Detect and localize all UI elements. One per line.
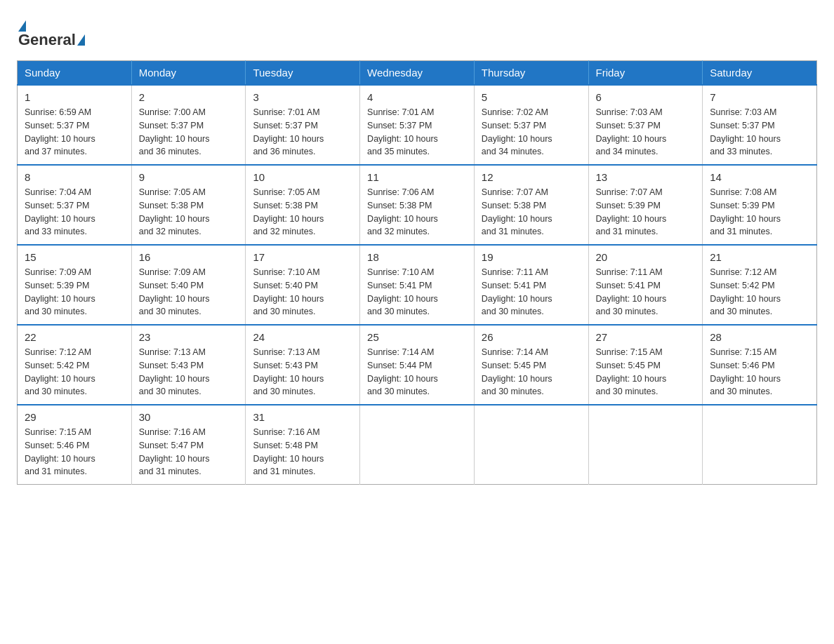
day-header-sunday: Sunday — [18, 61, 132, 86]
calendar-cell: 14 Sunrise: 7:08 AM Sunset: 5:39 PM Dayl… — [703, 165, 817, 245]
calendar-cell: 1 Sunrise: 6:59 AM Sunset: 5:37 PM Dayli… — [18, 85, 132, 165]
day-info: Sunrise: 7:07 AM Sunset: 5:38 PM Dayligh… — [482, 186, 581, 239]
calendar-cell: 9 Sunrise: 7:05 AM Sunset: 5:38 PM Dayli… — [131, 165, 246, 245]
calendar-cell: 24 Sunrise: 7:13 AM Sunset: 5:43 PM Dayl… — [246, 325, 360, 405]
day-number: 22 — [25, 331, 124, 343]
day-info: Sunrise: 7:15 AM Sunset: 5:46 PM Dayligh… — [710, 346, 809, 398]
day-header-tuesday: Tuesday — [246, 61, 360, 86]
day-info: Sunrise: 7:00 AM Sunset: 5:37 PM Dayligh… — [139, 106, 239, 159]
day-number: 2 — [139, 91, 239, 103]
calendar-cell: 21 Sunrise: 7:12 AM Sunset: 5:42 PM Dayl… — [703, 245, 817, 325]
day-info: Sunrise: 7:11 AM Sunset: 5:41 PM Dayligh… — [482, 266, 581, 318]
calendar-cell: 26 Sunrise: 7:14 AM Sunset: 5:45 PM Dayl… — [474, 325, 588, 405]
calendar-cell: 6 Sunrise: 7:03 AM Sunset: 5:37 PM Dayli… — [588, 85, 703, 165]
calendar-cell: 28 Sunrise: 7:15 AM Sunset: 5:46 PM Dayl… — [703, 325, 817, 405]
day-number: 1 — [25, 91, 124, 103]
day-number: 5 — [482, 91, 581, 103]
day-info: Sunrise: 7:14 AM Sunset: 5:44 PM Dayligh… — [367, 346, 467, 398]
calendar-cell: 22 Sunrise: 7:12 AM Sunset: 5:42 PM Dayl… — [18, 325, 132, 405]
day-number: 12 — [482, 171, 581, 183]
day-info: Sunrise: 6:59 AM Sunset: 5:37 PM Dayligh… — [25, 106, 124, 159]
day-info: Sunrise: 7:05 AM Sunset: 5:38 PM Dayligh… — [139, 186, 239, 239]
day-number: 15 — [25, 251, 124, 263]
day-info: Sunrise: 7:12 AM Sunset: 5:42 PM Dayligh… — [710, 266, 809, 318]
calendar-cell: 16 Sunrise: 7:09 AM Sunset: 5:40 PM Dayl… — [131, 245, 246, 325]
day-info: Sunrise: 7:14 AM Sunset: 5:45 PM Dayligh… — [482, 346, 581, 398]
day-number: 19 — [482, 251, 581, 263]
day-info: Sunrise: 7:03 AM Sunset: 5:37 PM Dayligh… — [710, 106, 809, 159]
day-info: Sunrise: 7:02 AM Sunset: 5:37 PM Dayligh… — [482, 106, 581, 159]
day-number: 10 — [253, 171, 352, 183]
calendar-cell: 11 Sunrise: 7:06 AM Sunset: 5:38 PM Dayl… — [360, 165, 475, 245]
calendar-cell: 23 Sunrise: 7:13 AM Sunset: 5:43 PM Dayl… — [131, 325, 246, 405]
day-number: 8 — [25, 171, 124, 183]
day-number: 9 — [139, 171, 239, 183]
day-number: 30 — [139, 411, 239, 423]
calendar-cell: 17 Sunrise: 7:10 AM Sunset: 5:40 PM Dayl… — [246, 245, 360, 325]
day-header-thursday: Thursday — [474, 61, 588, 86]
day-number: 7 — [710, 91, 809, 103]
day-number: 26 — [482, 331, 581, 343]
logo-triangle-icon2 — [77, 34, 85, 46]
day-info: Sunrise: 7:05 AM Sunset: 5:38 PM Dayligh… — [253, 186, 352, 239]
calendar-week-row: 15 Sunrise: 7:09 AM Sunset: 5:39 PM Dayl… — [18, 245, 817, 325]
calendar-cell: 15 Sunrise: 7:09 AM Sunset: 5:39 PM Dayl… — [18, 245, 132, 325]
calendar-week-row: 8 Sunrise: 7:04 AM Sunset: 5:37 PM Dayli… — [18, 165, 817, 245]
calendar-week-row: 22 Sunrise: 7:12 AM Sunset: 5:42 PM Dayl… — [18, 325, 817, 405]
day-info: Sunrise: 7:01 AM Sunset: 5:37 PM Dayligh… — [367, 106, 467, 159]
calendar-table: SundayMondayTuesdayWednesdayThursdayFrid… — [17, 60, 817, 485]
day-number: 18 — [367, 251, 467, 263]
calendar-cell: 7 Sunrise: 7:03 AM Sunset: 5:37 PM Dayli… — [703, 85, 817, 165]
day-info: Sunrise: 7:11 AM Sunset: 5:41 PM Dayligh… — [596, 266, 696, 318]
calendar-cell — [474, 405, 588, 485]
day-info: Sunrise: 7:10 AM Sunset: 5:41 PM Dayligh… — [367, 266, 467, 318]
day-number: 31 — [253, 411, 352, 423]
day-number: 6 — [596, 91, 696, 103]
calendar-cell: 18 Sunrise: 7:10 AM Sunset: 5:41 PM Dayl… — [360, 245, 475, 325]
day-info: Sunrise: 7:04 AM Sunset: 5:37 PM Dayligh… — [25, 186, 124, 239]
day-info: Sunrise: 7:09 AM Sunset: 5:39 PM Dayligh… — [25, 266, 124, 318]
calendar-cell — [360, 405, 475, 485]
calendar-cell: 31 Sunrise: 7:16 AM Sunset: 5:48 PM Dayl… — [246, 405, 360, 485]
day-number: 21 — [710, 251, 809, 263]
calendar-cell: 2 Sunrise: 7:00 AM Sunset: 5:37 PM Dayli… — [131, 85, 246, 165]
day-number: 24 — [253, 331, 352, 343]
calendar-week-row: 1 Sunrise: 6:59 AM Sunset: 5:37 PM Dayli… — [18, 85, 817, 165]
day-header-monday: Monday — [131, 61, 246, 86]
calendar-cell: 4 Sunrise: 7:01 AM Sunset: 5:37 PM Dayli… — [360, 85, 475, 165]
day-info: Sunrise: 7:08 AM Sunset: 5:39 PM Dayligh… — [710, 186, 809, 239]
day-number: 14 — [710, 171, 809, 183]
calendar-cell: 8 Sunrise: 7:04 AM Sunset: 5:37 PM Dayli… — [18, 165, 132, 245]
day-number: 28 — [710, 331, 809, 343]
page-header: General — [17, 17, 817, 49]
day-number: 4 — [367, 91, 467, 103]
day-header-saturday: Saturday — [703, 61, 817, 86]
day-info: Sunrise: 7:06 AM Sunset: 5:38 PM Dayligh… — [367, 186, 467, 239]
day-number: 13 — [596, 171, 696, 183]
logo-triangle-icon — [18, 20, 26, 32]
calendar-header-row: SundayMondayTuesdayWednesdayThursdayFrid… — [18, 61, 817, 86]
day-info: Sunrise: 7:16 AM Sunset: 5:47 PM Dayligh… — [139, 426, 239, 478]
calendar-cell — [588, 405, 703, 485]
calendar-cell: 29 Sunrise: 7:15 AM Sunset: 5:46 PM Dayl… — [18, 405, 132, 485]
calendar-cell: 10 Sunrise: 7:05 AM Sunset: 5:38 PM Dayl… — [246, 165, 360, 245]
calendar-cell: 20 Sunrise: 7:11 AM Sunset: 5:41 PM Dayl… — [588, 245, 703, 325]
day-info: Sunrise: 7:12 AM Sunset: 5:42 PM Dayligh… — [25, 346, 124, 398]
calendar-cell: 3 Sunrise: 7:01 AM Sunset: 5:37 PM Dayli… — [246, 85, 360, 165]
calendar-cell: 19 Sunrise: 7:11 AM Sunset: 5:41 PM Dayl… — [474, 245, 588, 325]
day-info: Sunrise: 7:07 AM Sunset: 5:39 PM Dayligh… — [596, 186, 696, 239]
day-number: 3 — [253, 91, 352, 103]
calendar-cell: 30 Sunrise: 7:16 AM Sunset: 5:47 PM Dayl… — [131, 405, 246, 485]
day-info: Sunrise: 7:15 AM Sunset: 5:46 PM Dayligh… — [25, 426, 124, 478]
calendar-cell: 12 Sunrise: 7:07 AM Sunset: 5:38 PM Dayl… — [474, 165, 588, 245]
day-number: 23 — [139, 331, 239, 343]
day-number: 16 — [139, 251, 239, 263]
calendar-week-row: 29 Sunrise: 7:15 AM Sunset: 5:46 PM Dayl… — [18, 405, 817, 485]
day-info: Sunrise: 7:01 AM Sunset: 5:37 PM Dayligh… — [253, 106, 352, 159]
day-info: Sunrise: 7:13 AM Sunset: 5:43 PM Dayligh… — [139, 346, 239, 398]
calendar-cell: 25 Sunrise: 7:14 AM Sunset: 5:44 PM Dayl… — [360, 325, 475, 405]
day-info: Sunrise: 7:13 AM Sunset: 5:43 PM Dayligh… — [253, 346, 352, 398]
calendar-cell — [703, 405, 817, 485]
day-number: 17 — [253, 251, 352, 263]
logo-general-text2: General — [18, 31, 76, 49]
